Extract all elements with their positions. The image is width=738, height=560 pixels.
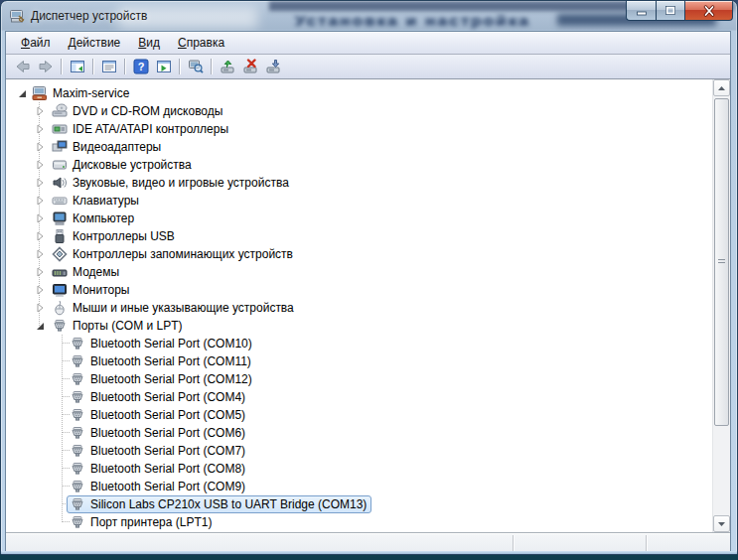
computer-icon: [52, 210, 68, 226]
device-label: IDE ATA/ATAPI контроллеры: [73, 122, 228, 136]
serial-port-icon: [70, 407, 85, 423]
device-item[interactable]: Bluetooth Serial Port (COM5): [67, 406, 250, 424]
tree-row[interactable]: Bluetooth Serial Port (COM6): [6, 424, 712, 442]
device-tree: Maxim-serviceDVD и CD-ROM дисководыIDE A…: [6, 79, 730, 532]
device-item[interactable]: Порт принтера (LPT1): [67, 513, 217, 531]
storage-controller-icon: [52, 246, 68, 262]
device-item[interactable]: Bluetooth Serial Port (COM11): [67, 352, 256, 370]
usb-controller-icon: [52, 228, 68, 244]
close-button[interactable]: [684, 1, 733, 21]
device-item[interactable]: Звуковые, видео и игровые устройства: [49, 174, 294, 192]
toolbar-properties-button[interactable]: [97, 57, 120, 77]
device-item[interactable]: Порты (COM и LPT): [49, 317, 188, 335]
device-item[interactable]: IDE ATA/ATAPI контроллеры: [49, 120, 233, 138]
toolbar-update-driver-button[interactable]: [216, 57, 238, 77]
mouse-icon: [52, 300, 68, 316]
device-label: DVD и CD-ROM дисководы: [73, 104, 222, 118]
device-label: Bluetooth Serial Port (COM5): [90, 408, 245, 422]
menu-item-справка[interactable]: Справка: [169, 33, 233, 53]
toolbar-scan-hardware-changes-button[interactable]: [184, 57, 207, 77]
device-item[interactable]: Bluetooth Serial Port (COM9): [67, 478, 250, 495]
selected-device-item[interactable]: Silicon Labs CP210x USB to UART Bridge (…: [67, 495, 371, 513]
toolbar-action-pane-button[interactable]: [152, 57, 175, 77]
tree-row[interactable]: Мониторы: [6, 281, 712, 299]
tree-row[interactable]: Контроллеры запоминающих устройств: [6, 245, 712, 263]
expander-collapsed-icon[interactable]: [34, 248, 46, 260]
device-item[interactable]: Контроллеры USB: [49, 227, 180, 245]
device-item[interactable]: Модемы: [49, 263, 124, 281]
scrollbar-up-button[interactable]: [713, 79, 730, 96]
device-item[interactable]: Мониторы: [49, 281, 134, 299]
device-item[interactable]: Контроллеры запоминающих устройств: [49, 245, 298, 263]
tree-row[interactable]: Порты (COM и LPT): [6, 317, 712, 335]
tree-row[interactable]: Порт принтера (LPT1): [6, 513, 712, 531]
expander-collapsed-icon[interactable]: [34, 177, 46, 189]
device-item[interactable]: Bluetooth Serial Port (COM10): [67, 335, 257, 352]
tree-row[interactable]: Модемы: [6, 263, 712, 281]
tree-row[interactable]: Bluetooth Serial Port (COM9): [6, 478, 712, 495]
expander-collapsed-icon[interactable]: [34, 123, 46, 135]
tree-row[interactable]: Звуковые, видео и игровые устройства: [6, 174, 712, 192]
expander-collapsed-icon[interactable]: [34, 266, 46, 278]
device-item[interactable]: Bluetooth Serial Port (COM4): [67, 388, 250, 406]
expander-expanded-icon[interactable]: [34, 320, 46, 332]
device-item[interactable]: Bluetooth Serial Port (COM12): [67, 370, 257, 388]
toolbar-back-arrow-button[interactable]: [11, 57, 34, 77]
tree-row[interactable]: Bluetooth Serial Port (COM4): [6, 388, 712, 406]
device-item[interactable]: DVD и CD-ROM дисководы: [49, 102, 227, 120]
tree-row[interactable]: Bluetooth Serial Port (COM8): [6, 460, 712, 478]
device-item[interactable]: Bluetooth Serial Port (COM7): [67, 442, 250, 460]
tree-row[interactable]: Видеоадаптеры: [6, 138, 712, 156]
tree-row[interactable]: Bluetooth Serial Port (COM10): [6, 335, 712, 352]
expander-collapsed-icon[interactable]: [34, 141, 46, 153]
toolbar-forward-arrow-button[interactable]: [34, 57, 57, 77]
toolbar-separator: [211, 59, 212, 74]
serial-port-icon: [52, 318, 68, 334]
expander-collapsed-icon[interactable]: [34, 105, 46, 117]
expander-expanded-icon[interactable]: [16, 87, 28, 99]
tree-row[interactable]: Дисковые устройства: [6, 156, 712, 174]
toolbar-disable-device-button[interactable]: [261, 57, 284, 77]
expander-collapsed-icon[interactable]: [34, 195, 46, 207]
device-item[interactable]: Мыши и иные указывающие устройства: [49, 299, 299, 317]
toolbar-help-button[interactable]: ?: [129, 57, 152, 77]
device-label: Дисковые устройства: [73, 158, 192, 172]
expander-collapsed-icon[interactable]: [34, 302, 46, 314]
expander-collapsed-icon[interactable]: [34, 284, 46, 296]
title-bar[interactable]: Установка и настройка Диспетчер устройст…: [1, 1, 737, 31]
tree-row[interactable]: Bluetooth Serial Port (COM11): [6, 352, 712, 370]
tree-row[interactable]: Bluetooth Serial Port (COM5): [6, 406, 712, 424]
tree-row[interactable]: Мыши и иные указывающие устройства: [6, 299, 712, 317]
toolbar-console-tree-button[interactable]: [66, 57, 88, 77]
expander-collapsed-icon[interactable]: [34, 159, 46, 171]
menu-item-действие[interactable]: Действие: [60, 33, 130, 53]
tree-row[interactable]: Клавиатуры: [6, 192, 712, 210]
expander-collapsed-icon[interactable]: [34, 230, 46, 242]
minimize-button[interactable]: [626, 1, 656, 21]
tree-row[interactable]: IDE ATA/ATAPI контроллеры: [6, 120, 712, 138]
tree-row[interactable]: Bluetooth Serial Port (COM7): [6, 442, 712, 460]
device-item[interactable]: Клавиатуры: [49, 192, 144, 210]
tree-row[interactable]: Компьютер: [6, 210, 712, 227]
vertical-scrollbar[interactable]: [712, 79, 730, 532]
expander-collapsed-icon[interactable]: [34, 212, 46, 224]
maximize-button[interactable]: [656, 1, 684, 21]
tree-row[interactable]: DVD и CD-ROM дисководы: [6, 102, 712, 120]
menu-item-файл[interactable]: Файл: [12, 33, 60, 53]
tree-row[interactable]: Контроллеры USB: [6, 227, 712, 245]
scrollbar-thumb[interactable]: [714, 98, 729, 426]
device-item[interactable]: Maxim-service: [29, 84, 134, 102]
device-item[interactable]: Bluetooth Serial Port (COM8): [67, 460, 250, 478]
serial-port-icon: [70, 514, 85, 530]
device-item[interactable]: Дисковые устройства: [49, 156, 197, 174]
menu-item-вид[interactable]: Вид: [129, 33, 169, 53]
scrollbar-down-button[interactable]: [713, 515, 730, 532]
device-label: Контроллеры запоминающих устройств: [73, 247, 293, 261]
tree-row[interactable]: Bluetooth Serial Port (COM12): [6, 370, 712, 388]
device-item[interactable]: Компьютер: [49, 210, 139, 227]
tree-row-selected[interactable]: Silicon Labs CP210x USB to UART Bridge (…: [6, 495, 712, 513]
tree-row[interactable]: Maxim-service: [6, 84, 712, 102]
toolbar-uninstall-device-button[interactable]: [238, 57, 261, 77]
device-item[interactable]: Видеоадаптеры: [49, 138, 166, 156]
device-item[interactable]: Bluetooth Serial Port (COM6): [67, 424, 250, 442]
